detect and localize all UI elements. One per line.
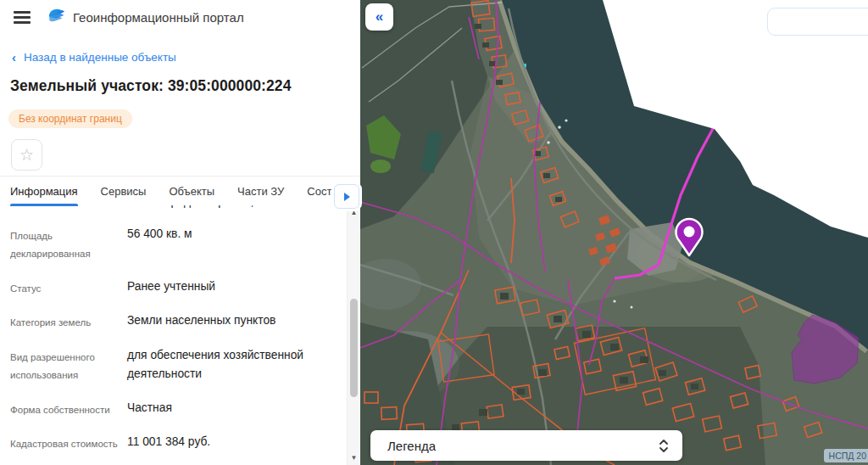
collapse-panel-button[interactable]: « xyxy=(365,3,393,31)
legend-label: Легенда xyxy=(387,439,436,453)
chevron-left-icon: ‹ xyxy=(12,51,16,64)
info-row-address: Зеленоградский район, пос. Рыбачий xyxy=(10,205,347,210)
map-search-input[interactable] xyxy=(767,8,868,36)
map-attribution: НСПД 20 xyxy=(824,449,868,462)
tab-services[interactable]: Сервисы xyxy=(101,176,147,206)
tab-objects[interactable]: Объекты xyxy=(169,176,214,206)
info-row-status: Статус Ранее учтенный xyxy=(10,277,347,298)
tab-scroll-right-button[interactable] xyxy=(334,184,359,209)
tab-parcel-parts[interactable]: Части ЗУ xyxy=(237,176,284,206)
back-link-label: Назад в найденные объекты xyxy=(24,51,176,64)
object-info-panel: Геоинформационный портал ‹ Назад в найде… xyxy=(0,0,360,465)
scroll-up-icon[interactable]: ▲ xyxy=(348,209,360,216)
info-row-cadastral-value: Кадастровая стоимость 11 001 384 руб. xyxy=(10,433,347,453)
info-content: Зеленоградский район, пос. Рыбачий Площа… xyxy=(0,205,347,465)
back-link[interactable]: ‹ Назад в найденные объекты xyxy=(12,51,176,64)
info-row-permitted-use: Вид разрешенного использования для обесп… xyxy=(10,346,347,384)
map-shapes xyxy=(360,0,868,465)
scroll-down-icon[interactable]: ▼ xyxy=(348,454,360,462)
expand-collapse-icon xyxy=(659,439,669,453)
double-chevron-left-icon: « xyxy=(376,8,383,25)
status-badge: Без координат границ xyxy=(8,109,132,128)
panel-scrollbar[interactable]: ▲ ▼ xyxy=(347,205,360,465)
legend-bar[interactable]: Легенда xyxy=(370,430,682,461)
favorite-button[interactable]: ☆ xyxy=(11,139,42,171)
triangle-right-icon xyxy=(344,193,350,201)
scrollbar-thumb[interactable] xyxy=(350,299,358,397)
info-row-declared-area: Площадь декларированная 56 400 кв. м xyxy=(10,225,347,262)
menu-icon[interactable] xyxy=(14,11,31,24)
info-row-land-category: Категория земель Земли населенных пункто… xyxy=(10,311,347,332)
portal-logo-icon xyxy=(47,7,66,26)
tab-information[interactable]: Информация xyxy=(10,176,78,206)
tab-bar: Информация Сервисы Объекты Части ЗУ Сост… xyxy=(0,176,360,205)
app-title: Геоинформационный портал xyxy=(73,10,244,25)
page-title: Земельный участок: 39:05:000000:224 xyxy=(10,77,292,95)
info-row-ownership: Форма собственности Частная xyxy=(10,399,347,419)
map-canvas[interactable]: « Легенда НСПД 20 xyxy=(360,0,868,465)
star-icon: ☆ xyxy=(19,147,34,163)
